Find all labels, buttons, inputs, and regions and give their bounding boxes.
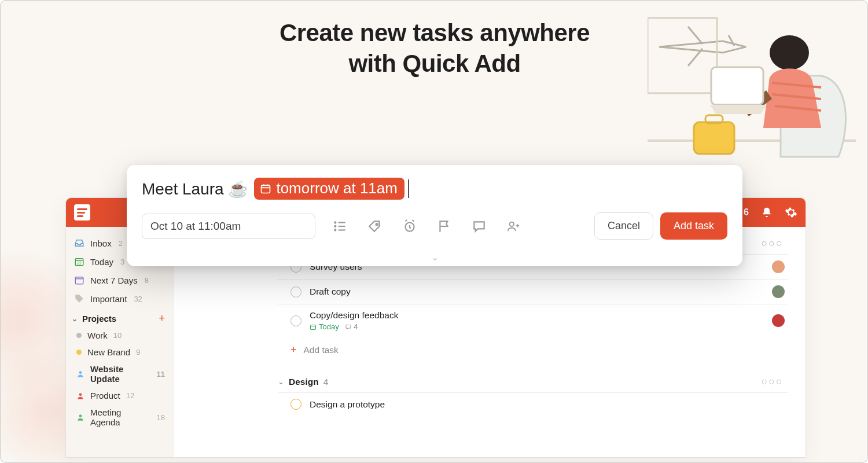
sidebar-item-count: 3 bbox=[120, 258, 124, 266]
sidebar-item-label: New Brand bbox=[87, 347, 130, 357]
sidebar-item-label: Meeting Agenda bbox=[90, 407, 151, 427]
sidebar-item-label: Product bbox=[90, 391, 120, 400]
task-due-today: Today bbox=[310, 322, 339, 331]
tag-icon bbox=[74, 293, 84, 304]
sidebar-projects-header[interactable]: ⌄ Projects + bbox=[66, 308, 173, 327]
inbox-icon bbox=[74, 238, 84, 248]
sidebar-item-label: Next 7 Days bbox=[90, 275, 138, 285]
assign-icon[interactable] bbox=[506, 219, 521, 234]
comment-icon[interactable] bbox=[472, 219, 487, 234]
sidebar-item-count: 10 bbox=[113, 331, 122, 340]
section-name: Design bbox=[289, 377, 319, 387]
expand-handle-icon[interactable]: ⌄ bbox=[431, 252, 439, 263]
sidebar-project-item[interactable]: New Brand9 bbox=[66, 344, 173, 361]
sidebar-item-count: 32 bbox=[134, 295, 142, 303]
reminder-icon[interactable] bbox=[402, 219, 417, 234]
sidebar-item-count: 2 bbox=[119, 239, 123, 248]
project-dot-icon bbox=[76, 350, 82, 355]
sidebar-project-item[interactable]: Work10 bbox=[66, 327, 173, 344]
add-task-inline[interactable]: +Add task bbox=[278, 337, 788, 363]
sidebar-item-label: Important bbox=[90, 294, 127, 304]
add-task-label: Add task bbox=[304, 345, 339, 355]
svg-rect-14 bbox=[262, 185, 270, 193]
list-icon[interactable] bbox=[333, 219, 348, 234]
section-menu-icon[interactable]: ○○○ bbox=[761, 237, 788, 249]
sidebar-item-label: Today bbox=[90, 257, 113, 267]
sidebar-item-count: 8 bbox=[145, 276, 149, 285]
sidebar-item-label: Inbox bbox=[90, 238, 112, 248]
add-project-button[interactable]: + bbox=[159, 313, 165, 325]
section-menu-icon[interactable]: ○○○ bbox=[761, 376, 788, 388]
assignee-avatar[interactable] bbox=[772, 260, 785, 273]
flag-icon[interactable] bbox=[437, 219, 452, 234]
chevron-down-icon: ⌄ bbox=[278, 377, 284, 386]
cancel-button[interactable]: Cancel bbox=[594, 212, 653, 240]
svg-point-10 bbox=[79, 371, 82, 374]
sidebar-item-count: 11 bbox=[157, 370, 165, 379]
task-checkbox[interactable] bbox=[290, 286, 301, 297]
svg-point-12 bbox=[79, 414, 82, 417]
calendar-week-icon bbox=[74, 275, 84, 285]
sidebar-project-item[interactable]: Product12 bbox=[66, 387, 173, 404]
task-row[interactable]: Design a prototype bbox=[278, 392, 788, 416]
task-title: Design a prototype bbox=[310, 399, 785, 410]
label-icon[interactable] bbox=[367, 219, 382, 234]
person-icon bbox=[76, 370, 84, 378]
calendar-icon bbox=[260, 183, 271, 194]
sidebar-project-item[interactable]: Meeting Agenda18 bbox=[66, 404, 173, 431]
chevron-down-icon: ⌄ bbox=[72, 315, 80, 323]
svg-rect-1 bbox=[648, 18, 717, 93]
section-count: 4 bbox=[323, 377, 329, 387]
sidebar-item-label: Website Update bbox=[90, 364, 151, 384]
hero-illustration bbox=[648, 12, 856, 163]
sidebar-item-important[interactable]: Important 32 bbox=[66, 289, 173, 308]
quick-add-card: Meet Laura ☕ tomorrow at 11am Oct 10 at … bbox=[127, 165, 742, 266]
svg-point-11 bbox=[79, 393, 82, 396]
svg-point-20 bbox=[510, 222, 514, 226]
sidebar-item-count: 18 bbox=[157, 413, 165, 422]
assignee-avatar[interactable] bbox=[772, 314, 785, 327]
plus-icon: + bbox=[290, 344, 297, 356]
person-icon bbox=[76, 392, 84, 400]
sidebar-section-label: Projects bbox=[82, 314, 116, 324]
task-row[interactable]: Draft copy bbox=[278, 279, 788, 304]
assignee-avatar[interactable] bbox=[772, 285, 785, 298]
topbar-counter[interactable]: 6 bbox=[744, 207, 749, 218]
app-logo[interactable] bbox=[74, 204, 90, 221]
task-title: Draft copy bbox=[310, 286, 764, 297]
svg-point-16 bbox=[334, 225, 336, 226]
svg-rect-13 bbox=[311, 325, 316, 329]
task-row[interactable]: Copy/design feedbackToday 4 bbox=[278, 304, 788, 337]
bell-icon[interactable] bbox=[760, 206, 773, 219]
task-checkbox[interactable] bbox=[290, 315, 301, 326]
task-section-header[interactable]: ⌄Design4○○○ bbox=[278, 371, 788, 392]
task-title: Copy/design feedbackToday 4 bbox=[310, 310, 764, 331]
task-checkbox[interactable] bbox=[290, 399, 301, 410]
sidebar-item-label: Work bbox=[87, 330, 108, 340]
sidebar-item-next7[interactable]: Next 7 Days 8 bbox=[66, 271, 173, 289]
quick-add-input[interactable]: Meet Laura ☕ tomorrow at 11am bbox=[142, 178, 727, 200]
task-comment-count: 4 bbox=[345, 322, 358, 331]
quick-add-date-chip[interactable]: tomorrow at 11am bbox=[254, 178, 404, 200]
gear-icon[interactable] bbox=[785, 206, 797, 219]
person-icon bbox=[76, 413, 84, 421]
add-task-button[interactable]: Add task bbox=[660, 212, 727, 240]
svg-rect-6 bbox=[711, 67, 763, 105]
quick-add-date-field[interactable]: Oct 10 at 11:00am bbox=[142, 214, 315, 239]
svg-point-15 bbox=[334, 222, 336, 223]
svg-point-17 bbox=[334, 229, 336, 230]
svg-point-18 bbox=[376, 223, 378, 225]
text-cursor bbox=[408, 179, 409, 198]
calendar-today-icon: 22 bbox=[74, 256, 84, 267]
sidebar-item-count: 12 bbox=[126, 391, 134, 400]
sidebar-project-item[interactable]: Website Update11 bbox=[66, 361, 173, 387]
svg-text:22: 22 bbox=[77, 261, 82, 265]
svg-point-5 bbox=[770, 35, 809, 70]
svg-rect-2 bbox=[694, 122, 734, 154]
sidebar-item-count: 9 bbox=[136, 348, 140, 357]
project-dot-icon bbox=[76, 333, 82, 338]
quick-add-text: Meet Laura ☕ bbox=[142, 179, 248, 199]
